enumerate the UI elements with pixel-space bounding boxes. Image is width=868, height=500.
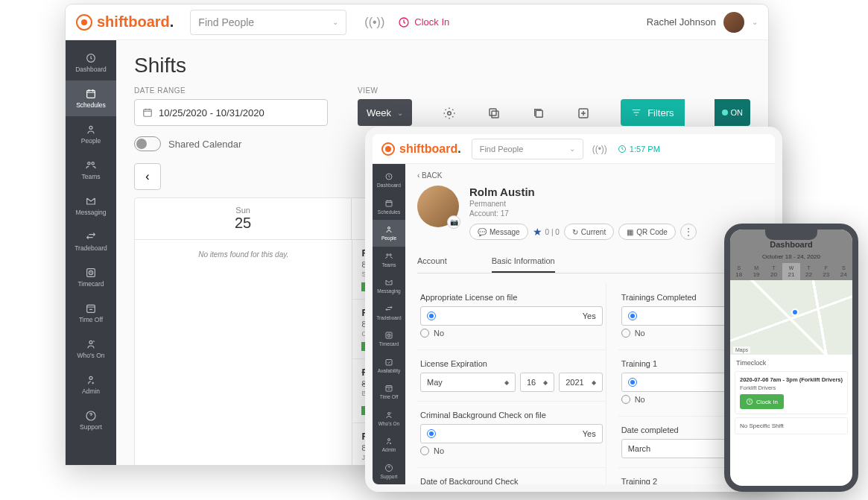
no-shift-card[interactable]: No Specific Shift xyxy=(735,417,848,434)
radio-no[interactable]: No xyxy=(420,329,603,338)
field-label: Date of Background Check xyxy=(420,477,603,484)
sidebar-item-time-off[interactable]: Time Off xyxy=(66,295,116,331)
radio-yes[interactable]: Yes xyxy=(420,306,603,326)
svg-rect-8 xyxy=(87,305,95,312)
sidebar-item-who-s-on[interactable]: Who's On xyxy=(66,331,116,367)
weekday[interactable]: F23 xyxy=(817,263,834,280)
qrcode-button[interactable]: ▦ QR Code xyxy=(618,224,676,240)
svg-point-21 xyxy=(388,227,390,230)
more-button[interactable]: ⋮ xyxy=(680,224,697,240)
sidebar-item-schedules[interactable]: Schedules xyxy=(373,194,405,221)
maps-label: Maps xyxy=(733,346,750,353)
weekday[interactable]: M19 xyxy=(747,263,764,280)
chevron-down-icon: ⌄ xyxy=(752,18,758,26)
filters-button[interactable]: Filters xyxy=(621,99,684,126)
sidebar-item-support[interactable]: Support xyxy=(66,402,116,438)
sidebar-item-admin[interactable]: Admin xyxy=(373,431,405,458)
main-content: ‹ BACK 📷 Rolm Austin Permanent Account: … xyxy=(405,164,775,484)
message-button[interactable]: 💬 Message xyxy=(469,224,528,240)
user-menu[interactable]: Rachel Johnson ⌄ xyxy=(647,12,758,33)
sidebar-item-people[interactable]: People xyxy=(66,116,116,152)
svg-point-23 xyxy=(390,254,392,256)
sidebar-item-tradeboard[interactable]: Tradeboard xyxy=(66,224,116,259)
logo: shiftboard. xyxy=(381,142,461,156)
sidebar-item-dashboard[interactable]: Dashboard xyxy=(66,45,116,80)
calendar-icon xyxy=(142,107,153,118)
find-people-select[interactable]: Find People⌄ xyxy=(472,139,583,159)
radio-yes[interactable]: Yes xyxy=(420,424,603,443)
sidebar-item-people[interactable]: People xyxy=(373,220,405,247)
current-button[interactable]: ↻ Current xyxy=(564,224,614,240)
sidebar: DashboardSchedulesPeopleTeamsMessagingTr… xyxy=(373,164,405,484)
sidebar-item-tradeboard[interactable]: Tradeboard xyxy=(373,300,405,326)
back-button[interactable]: ‹ BACK xyxy=(417,171,763,180)
shift-subtitle: Forklift Drivers xyxy=(740,385,843,391)
prev-week-button[interactable]: ‹ xyxy=(134,163,161,190)
broadcast-icon[interactable]: ((•)) xyxy=(592,144,607,154)
daterange-input[interactable]: 10/25/2020 - 10/31/2020 xyxy=(134,99,328,126)
no-items-text: No items found for this day. xyxy=(135,240,352,269)
sidebar-item-teams[interactable]: Teams xyxy=(373,247,405,273)
day-select[interactable]: 16◆ xyxy=(520,373,554,392)
find-people-select[interactable]: Find People⌄ xyxy=(190,10,346,35)
svg-point-10 xyxy=(89,376,92,379)
camera-icon[interactable]: 📷 xyxy=(447,215,460,229)
rating[interactable]: ★0 | 0 xyxy=(533,224,560,240)
view-select[interactable]: Week⌄ xyxy=(358,99,412,126)
map-pin-icon xyxy=(791,308,799,316)
filters-on-toggle[interactable]: ON xyxy=(715,99,751,126)
sidebar-item-dashboard[interactable]: Dashboard xyxy=(373,167,405,194)
add-icon[interactable] xyxy=(576,101,591,126)
year-select[interactable]: 2021◆ xyxy=(559,373,602,392)
duplicate-icon[interactable] xyxy=(531,101,546,126)
weekday[interactable]: S24 xyxy=(835,263,852,280)
field-label: License Expiration xyxy=(420,359,603,368)
profile-photo: 📷 xyxy=(417,186,459,227)
sidebar-item-messaging[interactable]: Messaging xyxy=(373,273,405,300)
copy-icon[interactable] xyxy=(487,101,501,126)
sidebar-item-time-off[interactable]: Time Off xyxy=(373,379,405,405)
view-label: VIEW xyxy=(358,86,412,95)
sidebar-item-support[interactable]: Support xyxy=(373,458,405,485)
svg-rect-26 xyxy=(386,359,392,365)
sidebar-item-timecard[interactable]: Timecard xyxy=(373,326,405,352)
logo: shiftboard. xyxy=(76,13,174,31)
radio-no[interactable]: No xyxy=(420,446,603,455)
toggle-icon xyxy=(134,136,161,151)
sidebar-item-schedules[interactable]: Schedules xyxy=(66,80,116,116)
sidebar-item-availability[interactable]: Availability xyxy=(373,352,405,379)
weekday[interactable]: W21 xyxy=(782,263,799,280)
tabs: Account Basic Information Qual xyxy=(417,250,763,273)
page-title: Shifts xyxy=(134,54,750,77)
sidebar-item-teams[interactable]: Teams xyxy=(66,152,116,188)
weekday[interactable]: S18 xyxy=(730,263,747,280)
broadcast-icon[interactable]: ((•)) xyxy=(364,16,384,29)
clock-in-button[interactable]: Clock In xyxy=(740,394,784,409)
avatar xyxy=(723,12,744,33)
day-header: Sun25 xyxy=(135,198,352,239)
field-label: Appropriate License on file xyxy=(420,293,603,302)
desktop-header: shiftboard. Find People⌄ ((•)) Clock In … xyxy=(66,4,768,40)
svg-point-9 xyxy=(89,341,92,344)
clock-icon xyxy=(746,398,753,405)
sidebar-item-admin[interactable]: Admin xyxy=(66,367,116,402)
clock-icon xyxy=(398,16,410,28)
svg-point-22 xyxy=(387,254,389,256)
sidebar-item-timecard[interactable]: Timecard xyxy=(66,259,116,295)
month-select[interactable]: May◆ xyxy=(420,373,516,392)
weekday[interactable]: T20 xyxy=(765,263,782,280)
clock-in-button[interactable]: Clock In xyxy=(398,16,449,28)
sidebar: DashboardSchedulesPeopleTeamsMessagingTr… xyxy=(66,40,116,465)
tab-account[interactable]: Account xyxy=(417,250,447,273)
shift-card[interactable]: 2020-07-06 7am - 3pm (Forklift Drivers) … xyxy=(735,371,848,414)
sidebar-item-who-s-on[interactable]: Who's On xyxy=(373,405,405,432)
tab-basic-info[interactable]: Basic Information xyxy=(492,250,555,273)
svg-rect-2 xyxy=(87,90,95,98)
svg-point-29 xyxy=(388,439,390,441)
map[interactable]: Maps xyxy=(730,280,852,355)
weekday[interactable]: T22 xyxy=(800,263,817,280)
svg-point-4 xyxy=(88,162,90,165)
sidebar-item-messaging[interactable]: Messaging xyxy=(66,188,116,224)
settings-icon[interactable] xyxy=(442,101,457,126)
chevron-down-icon: ⌄ xyxy=(332,18,338,26)
